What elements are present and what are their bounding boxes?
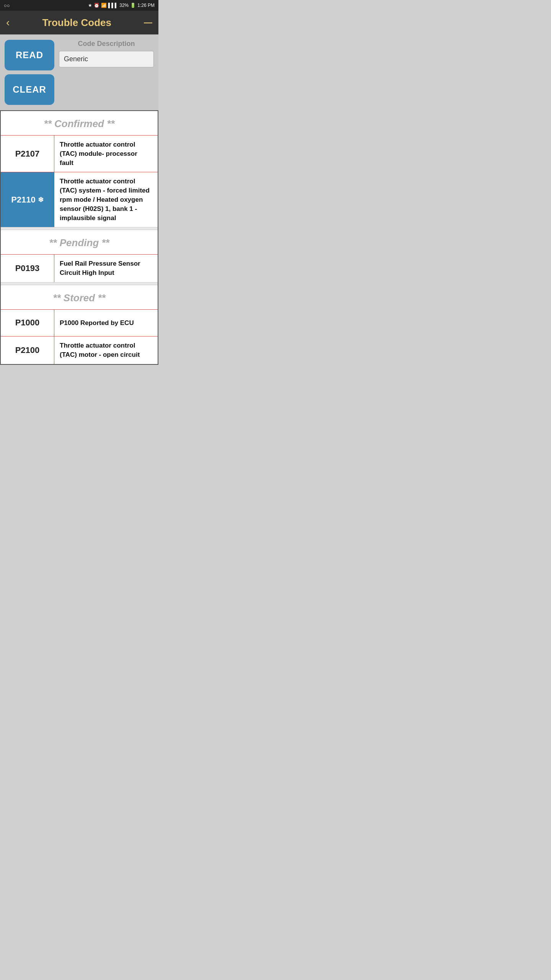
notification-icon: ○○ <box>4 3 10 8</box>
table-row[interactable]: P1000 P1000 Reported by ECU <box>1 309 158 336</box>
code-description-section: Code Description <box>59 40 154 67</box>
code-description-label: Code Description <box>59 40 154 48</box>
code-description-input[interactable] <box>59 51 154 67</box>
read-button[interactable]: READ <box>5 40 54 70</box>
pending-section-header: ** Pending ** <box>1 230 158 254</box>
confirmed-section-header: ** Confirmed ** <box>1 111 158 135</box>
snowflake-icon: ❄ <box>38 196 44 204</box>
code-description-p2110: Throttle actuator control (TAC) system -… <box>54 172 158 227</box>
table-row[interactable]: P2107 Throttle actuator control (TAC) mo… <box>1 135 158 172</box>
clear-button[interactable]: CLEAR <box>5 74 54 105</box>
code-description-p2100: Throttle actuator control (TAC) motor - … <box>54 336 158 364</box>
action-buttons: READ CLEAR <box>5 40 54 105</box>
cellular-icon: ▌▌▌ <box>108 3 118 8</box>
app-header: ‹ Trouble Codes — <box>0 11 158 34</box>
back-button[interactable]: ‹ <box>6 17 10 28</box>
code-id-p2100: P2100 <box>1 336 54 364</box>
section-divider <box>1 227 158 230</box>
controls-area: READ CLEAR Code Description <box>0 34 158 110</box>
page-title: Trouble Codes <box>10 17 144 29</box>
code-id-p2110: P2110 ❄ <box>1 172 54 227</box>
clock: 1:26 PM <box>137 3 155 8</box>
status-bar: ○○ ★ ⏰ 📶 ▌▌▌ 32% 🔋 1:26 PM <box>0 0 158 11</box>
bluetooth-icon: ★ <box>88 3 92 8</box>
status-bar-right: ★ ⏰ 📶 ▌▌▌ 32% 🔋 1:26 PM <box>88 3 155 8</box>
alarm-icon: ⏰ <box>94 3 99 8</box>
battery-level: 32% <box>119 3 129 8</box>
table-row[interactable]: P0193 Fuel Rail Pressure Sensor Circuit … <box>1 254 158 282</box>
minimize-button[interactable]: — <box>144 18 152 28</box>
code-description-p0193: Fuel Rail Pressure Sensor Circuit High I… <box>54 255 158 282</box>
code-description-p2107: Throttle actuator control (TAC) module- … <box>54 136 158 172</box>
code-id-p1000: P1000 <box>1 310 54 336</box>
code-description-p1000: P1000 Reported by ECU <box>54 310 158 336</box>
table-row[interactable]: P2110 ❄ Throttle actuator control (TAC) … <box>1 172 158 227</box>
status-bar-left: ○○ <box>4 3 10 8</box>
code-id-p0193: P0193 <box>1 255 54 282</box>
codes-area: ** Confirmed ** P2107 Throttle actuator … <box>0 110 158 365</box>
table-row[interactable]: P2100 Throttle actuator control (TAC) mo… <box>1 336 158 364</box>
wifi-icon: 📶 <box>101 3 107 8</box>
stored-section-header: ** Stored ** <box>1 285 158 309</box>
section-divider-2 <box>1 282 158 285</box>
code-id-p2107: P2107 <box>1 136 54 172</box>
battery-icon: 🔋 <box>130 3 136 8</box>
